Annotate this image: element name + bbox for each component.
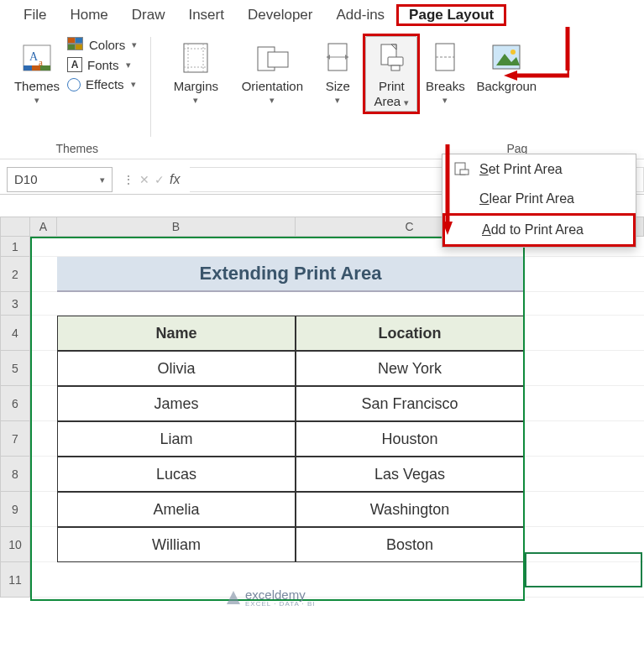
row-header[interactable]: 10	[0, 527, 30, 562]
tab-page-layout[interactable]: Page Layout	[396, 4, 506, 26]
menu-set-label: Set Print Area	[479, 162, 563, 177]
margins-button[interactable]: Margins ▾	[160, 34, 232, 109]
row-header[interactable]: 9	[0, 492, 30, 527]
table-cell[interactable]: William	[57, 527, 296, 562]
size-button[interactable]: Size ▾	[312, 34, 363, 109]
table-cell[interactable]: San Francisco	[296, 386, 524, 421]
print-area-label-1: Print	[379, 79, 405, 94]
name-box[interactable]: D10 ▾	[7, 167, 113, 192]
table-cell[interactable]: Lucas	[57, 457, 296, 492]
size-label: Size	[326, 79, 350, 94]
annotation-arrow-horizontal	[504, 69, 569, 82]
svg-rect-6	[184, 44, 207, 72]
tab-draw[interactable]: Draw	[120, 5, 177, 25]
chevron-down-icon: ▾	[34, 95, 39, 106]
table-cell[interactable]: Liam	[57, 421, 296, 457]
svg-rect-18	[388, 57, 403, 65]
ribbon: A a Themes ▾ Colors ▾ A	[0, 29, 644, 159]
highlight-print-area: Print Area ▾	[363, 34, 420, 114]
chevron-down-icon: ▾	[126, 60, 131, 70]
print-area-button[interactable]: Print Area ▾	[365, 36, 417, 112]
table-cell[interactable]: Olivia	[57, 351, 296, 386]
chevron-down-icon: ▾	[100, 175, 105, 185]
cancel-icon[interactable]: ✕	[139, 173, 149, 186]
fx-button[interactable]: fx	[170, 172, 180, 187]
svg-rect-19	[391, 65, 400, 70]
print-area-icon	[376, 42, 406, 74]
menu-set-print-area[interactable]: Set Print Area	[442, 154, 636, 185]
table-cell[interactable]: Las Vegas	[296, 457, 524, 492]
table-header-name[interactable]: Name	[57, 316, 296, 351]
chevron-down-icon: ▾	[442, 95, 448, 106]
svg-rect-12	[268, 52, 288, 67]
colors-button[interactable]: Colors ▾	[67, 35, 137, 54]
svg-rect-4	[32, 65, 40, 70]
themes-icon: A a	[20, 40, 54, 74]
svg-text:A: A	[29, 50, 39, 63]
watermark-icon	[227, 591, 240, 604]
svg-rect-3	[24, 65, 32, 70]
tab-addins[interactable]: Add-ins	[324, 5, 396, 25]
menu-add-to-print-area[interactable]: Add to Print Area	[442, 213, 636, 247]
chevron-down-icon: ▾	[270, 95, 275, 106]
chevron-down-icon: ▾	[193, 95, 198, 106]
chevron-down-icon: ▾	[132, 39, 137, 50]
fonts-icon: A	[67, 57, 82, 72]
row-header[interactable]: 4	[0, 316, 30, 351]
table-cell[interactable]: Boston	[296, 527, 524, 562]
table-header-location[interactable]: Location	[296, 316, 524, 351]
row-header[interactable]: 5	[0, 351, 30, 386]
worksheet-grid: A B C 1 2 Extending Print Area 3 4 Name …	[0, 217, 644, 598]
breaks-button[interactable]: Breaks ▾	[420, 34, 470, 109]
svg-rect-5	[40, 65, 50, 70]
tab-file[interactable]: File	[12, 5, 58, 25]
background-button[interactable]: Backgroun	[470, 34, 542, 97]
margins-label: Margins	[174, 79, 218, 94]
effects-icon	[67, 78, 81, 91]
svg-marker-30	[442, 222, 453, 235]
menu-add-label: Add to Print Area	[482, 222, 584, 238]
row-header[interactable]: 8	[0, 457, 30, 492]
effects-button[interactable]: Effects ▾	[67, 76, 137, 93]
group-divider	[150, 37, 151, 137]
row-header[interactable]: 6	[0, 386, 30, 421]
row-header[interactable]: 1	[0, 237, 30, 257]
table-cell[interactable]: New York	[296, 351, 524, 386]
col-header-b[interactable]: B	[57, 217, 296, 237]
orientation-button[interactable]: Orientation ▾	[232, 34, 312, 109]
watermark-sub: EXCEL · DATA · BI	[245, 600, 316, 608]
col-header-a[interactable]: A	[30, 217, 57, 237]
row-header[interactable]: 2	[0, 257, 30, 292]
chevron-down-icon: ▾	[404, 97, 409, 107]
select-all-corner[interactable]	[0, 217, 30, 237]
menu-clear-label: Clear Print Area	[479, 191, 574, 206]
menu-clear-print-area[interactable]: Clear Print Area	[442, 185, 636, 213]
row-header[interactable]: 11	[0, 562, 30, 598]
tab-home[interactable]: Home	[58, 5, 119, 25]
print-area-label-2: Area	[374, 94, 401, 108]
themes-button[interactable]: A a Themes ▾	[12, 34, 62, 109]
annotation-arrow-vertical	[441, 144, 454, 235]
themes-label: Themes	[14, 79, 60, 94]
size-icon	[323, 40, 352, 74]
svg-marker-26	[504, 70, 517, 81]
row-header[interactable]: 3	[0, 292, 30, 316]
group-label-themes: Themes	[55, 142, 98, 159]
table-cell[interactable]: Houston	[296, 421, 524, 457]
tab-insert[interactable]: Insert	[176, 5, 236, 25]
orientation-label: Orientation	[242, 79, 303, 94]
orientation-icon	[254, 40, 290, 74]
table-cell[interactable]: James	[57, 386, 296, 421]
accept-icon[interactable]: ✓	[154, 173, 165, 186]
breaks-icon	[431, 40, 459, 74]
row-header[interactable]: 7	[0, 421, 30, 457]
fonts-button[interactable]: A Fonts ▾	[67, 55, 137, 74]
colors-icon	[67, 37, 84, 52]
sheet-title[interactable]: Extending Print Area	[57, 257, 524, 292]
colors-label: Colors	[89, 38, 125, 52]
table-cell[interactable]: Amelia	[57, 492, 296, 527]
name-box-value: D10	[14, 172, 38, 186]
tab-developer[interactable]: Developer	[236, 5, 325, 25]
table-cell[interactable]: Washington	[296, 492, 524, 527]
svg-point-24	[510, 50, 516, 55]
